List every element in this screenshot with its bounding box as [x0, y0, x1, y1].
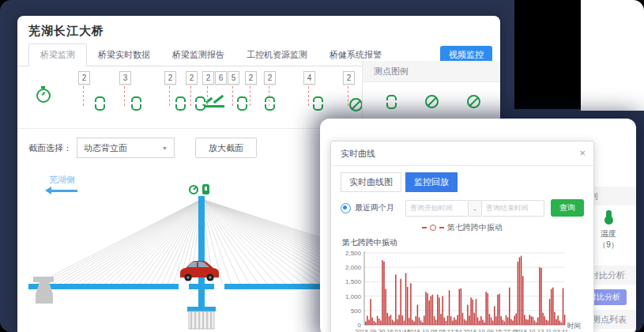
chart-title: 第七跨跨中振动 — [342, 237, 584, 248]
modal-header: 实时曲线 × — [331, 141, 593, 166]
background-window — [581, 0, 644, 111]
tab-realtime-curve-chart[interactable]: 实时曲线图 — [341, 172, 401, 192]
ban-icon — [349, 98, 363, 111]
svg-text:2018-09-30 16:01:44: 2018-09-30 16:01:44 — [355, 328, 410, 332]
vibration-chart: 05001,0001,5002,0002,5002018-09-30 16:01… — [341, 249, 581, 332]
bridge-abutment — [33, 277, 54, 304]
legend-marker-line — [422, 227, 427, 228]
legend-panel-title: 测点图例 — [363, 61, 500, 82]
sensor-count-badge: 2 — [343, 71, 355, 85]
dashed-connector-line — [348, 86, 348, 106]
sensor-count-badge: 4 — [303, 71, 315, 85]
sensor-strip: 23222652242 — [17, 66, 362, 123]
realtime-curve-modal: 实时曲线 × 实时曲线图 监控回放 最近两个月 - 查询 — [330, 141, 594, 332]
time-range-separator: - — [469, 200, 481, 217]
legend-marker-line — [439, 227, 444, 228]
recent-two-months-label: 最近两个月 — [355, 202, 394, 213]
svg-text:1,000: 1,000 — [345, 293, 362, 300]
dashed-connector-line — [169, 86, 170, 106]
ban-icon — [467, 95, 480, 108]
svg-text:2,000: 2,000 — [345, 264, 362, 271]
section-controls: 截面选择： 动态背立面 ▼ 放大截面 — [17, 128, 362, 167]
dashed-connector-line — [190, 86, 191, 106]
tower-sensor-icons — [190, 184, 209, 194]
svg-text:2018-10-05 05:17:54: 2018-10-05 05:17:54 — [407, 328, 462, 332]
modal-title: 实时曲线 — [341, 149, 375, 158]
legend-marker-dot — [430, 224, 436, 231]
section-select[interactable]: 动态背立面 ▼ — [77, 138, 175, 158]
secondary-window: 测点图例 温度 （9） 对比分析 对比分析 已选测点列表 实时曲线 × 实时曲线… — [320, 119, 636, 332]
recent-two-months-radio[interactable] — [341, 203, 351, 213]
sensor-count-badge: 2 — [202, 71, 214, 85]
tab-monitor-playback[interactable]: 监控回放 — [405, 172, 458, 192]
sensor-count-badge: 2 — [264, 71, 276, 85]
section-select-label: 截面选择： — [28, 142, 72, 154]
chain-link-icon — [175, 96, 186, 111]
tab-ipc-resource-monitor[interactable]: 工控机资源监测 — [235, 44, 318, 66]
chain-link-icon — [265, 96, 275, 111]
query-end-time-input[interactable] — [481, 200, 544, 217]
stopwatch-icon — [36, 89, 51, 103]
chain-link-icon — [95, 96, 105, 111]
modal-body: 实时曲线图 监控回放 最近两个月 - 查询 — [331, 166, 593, 332]
sensor-count-badge: 5 — [228, 71, 239, 85]
chart-legend[interactable]: 第七跨跨中振动 — [341, 222, 584, 233]
chain-link-icon — [237, 96, 247, 111]
svg-text:1,500: 1,500 — [345, 278, 362, 285]
modal-tabbar: 实时曲线图 监控回放 — [341, 172, 584, 192]
screenshot-background: 芜湖长江大桥 桥梁监测 桥梁实时数据 桥梁监测报告 工控机资源监测 桥健系统报警… — [0, 0, 644, 332]
time-range-group: - — [405, 200, 544, 217]
dashed-connector-line — [232, 86, 233, 106]
chain-link-icon — [313, 96, 323, 111]
section-select-value: 动态背立面 — [84, 142, 127, 154]
sensor-count-badge: 2 — [245, 71, 257, 85]
deck-joint-left — [179, 284, 189, 289]
tab-bridge-monitor[interactable]: 桥梁监测 — [28, 43, 87, 66]
chain-link-icon — [386, 95, 397, 109]
dashed-connector-line — [124, 86, 125, 106]
query-row: 最近两个月 - 查询 — [341, 199, 584, 217]
svg-text:2,500: 2,500 — [345, 250, 362, 257]
search-button[interactable]: 查询 — [551, 199, 584, 217]
tab-bridge-realtime-data[interactable]: 桥梁实时数据 — [87, 44, 161, 66]
thermometer-icon — [606, 210, 612, 221]
query-start-time-input[interactable] — [405, 200, 469, 217]
svg-text:500: 500 — [351, 307, 362, 315]
tower-foundation — [189, 311, 214, 329]
page-title: 芜湖长江大桥 — [17, 16, 500, 44]
sensor-count-badge: 2 — [186, 71, 198, 85]
dashed-connector-line — [250, 86, 250, 106]
sensor-count-badge: 2 — [164, 71, 176, 85]
tab-bridge-monitor-report[interactable]: 桥梁监测报告 — [161, 44, 235, 66]
zoom-section-button[interactable]: 放大截面 — [195, 138, 257, 158]
dashed-connector-line — [207, 86, 208, 106]
sensor-count-badge: 2 — [78, 71, 90, 85]
svg-text:时间: 时间 — [567, 322, 581, 330]
legend-panel-icons — [363, 82, 500, 109]
sensor-count-badge: 6 — [215, 71, 227, 85]
dashed-connector-line — [308, 86, 309, 106]
chain-link-icon — [131, 96, 141, 111]
dashed-connector-line — [83, 86, 84, 106]
svg-text:2018-10-09 15:27:41: 2018-10-09 15:27:41 — [463, 328, 518, 332]
chain-link-icon — [195, 96, 205, 111]
legend-series-label: 第七跨跨中振动 — [447, 222, 503, 233]
video-feed-placeholder — [514, 0, 581, 109]
chevron-down-icon: ▼ — [162, 145, 168, 151]
close-icon[interactable]: × — [579, 141, 586, 165]
deck-joint-right — [214, 284, 224, 289]
sensor-count-badge: 3 — [119, 71, 131, 85]
svg-text:2018-10-13 11:03:41: 2018-10-13 11:03:41 — [514, 328, 568, 332]
ban-icon — [425, 95, 439, 108]
